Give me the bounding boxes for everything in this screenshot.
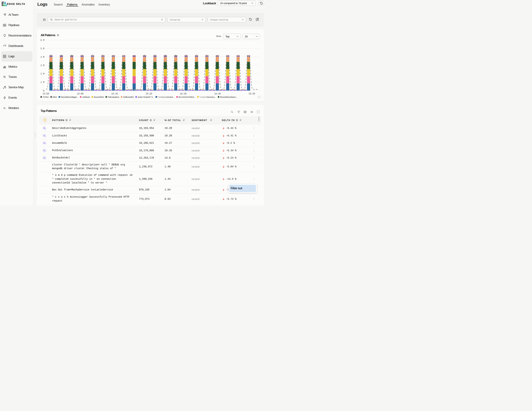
svg-text:16:00: 16:00 — [77, 92, 84, 95]
svg-text:0: 0 — [43, 89, 44, 92]
svg-text:3 M: 3 M — [40, 64, 44, 67]
svg-text:4 M: 4 M — [40, 56, 44, 58]
svg-text:EDGE DELTA: EDGE DELTA — [7, 3, 25, 5]
svg-text:16:50: 16:50 — [248, 92, 255, 95]
svg-text:2 M: 2 M — [40, 73, 44, 75]
svg-text:6 M: 6 M — [40, 39, 44, 42]
svg-text:5 M: 5 M — [40, 47, 44, 50]
svg-text:15:50: 15:50 — [42, 92, 49, 95]
svg-text:16:40: 16:40 — [214, 92, 221, 95]
svg-text:16:10: 16:10 — [111, 92, 118, 95]
svg-text:16:30: 16:30 — [180, 92, 187, 95]
svg-text:1 M: 1 M — [40, 81, 44, 84]
svg-text:16:20: 16:20 — [145, 92, 152, 95]
